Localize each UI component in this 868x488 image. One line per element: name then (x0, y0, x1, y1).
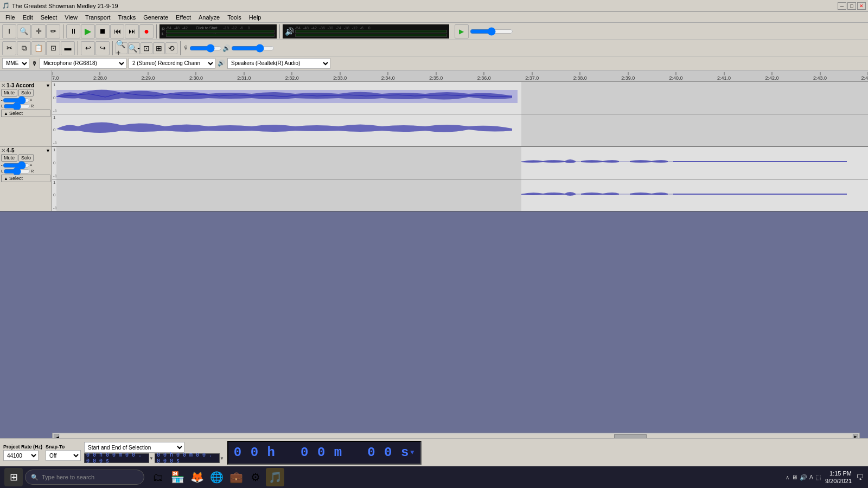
snap-to-select[interactable]: Off (46, 450, 81, 461)
end-time-dropdown[interactable]: ▼ (220, 456, 224, 461)
playback-volume-slider[interactable] (231, 46, 275, 51)
taskbar-app-explorer[interactable]: 🗂 (149, 468, 167, 486)
zoom-sel-button[interactable]: ⊞ (153, 42, 165, 54)
menu-view[interactable]: View (61, 13, 81, 22)
channels-select[interactable]: 2 (Stereo) Recording Chann (129, 58, 215, 69)
track-1-close[interactable]: ✕ (1, 82, 5, 88)
menu-effect[interactable]: Effect (173, 13, 194, 22)
track-1-row: ✕ 1-3 Accord ▼ Mute Solo - + L R ▲ Selec… (0, 81, 868, 146)
tray-volume-icon[interactable]: 🔊 (800, 474, 807, 481)
menu-help[interactable]: Help (246, 13, 265, 22)
ruler-tick-7: 2:34.0 (381, 72, 395, 81)
window-title: The Greatest Showman Medley 21-9-19 (12, 3, 838, 9)
menu-edit[interactable]: Edit (20, 13, 36, 22)
notification-icon[interactable]: 🗨 (856, 473, 864, 481)
play-at-speed-button[interactable]: ▶ (455, 24, 469, 38)
track-1-pan-slider[interactable] (3, 104, 30, 108)
menu-transport[interactable]: Transport (82, 13, 114, 22)
menu-tools[interactable]: Tools (224, 13, 245, 22)
main-time-value: 0 0 h 0 0 m 0 0 s (234, 445, 409, 460)
track-1-select-btn[interactable]: ▲ Select (1, 110, 50, 117)
ruler-tick-6: 2:33.0 (333, 72, 347, 81)
search-icon: 🔍 (31, 474, 39, 481)
pause-button[interactable]: ⏸ (66, 24, 80, 38)
maximize-button[interactable]: □ (847, 2, 856, 10)
record-vu-meter[interactable]: RL -54 -48 -42 Click to Start Monitoring… (159, 24, 277, 38)
taskbar-time[interactable]: 1:15 PM 9/20/2021 (825, 470, 852, 485)
menu-tracks[interactable]: Tracks (115, 13, 139, 22)
taskbar-app-audacity[interactable]: 🎵 (266, 468, 284, 486)
paste-button[interactable]: 📋 (31, 41, 46, 55)
ruler-tick-1: 2:28.0 (93, 72, 107, 81)
redo-button[interactable]: ↪ (95, 41, 110, 55)
menu-select[interactable]: Select (37, 13, 61, 22)
ruler-ticks: 2:27.02:28.02:29.02:30.02:31.02:32.02:33… (52, 70, 868, 81)
skip-fwd-button[interactable]: ⏭ (125, 24, 139, 38)
ruler-tick-0: 2:27.0 (52, 72, 59, 81)
start-button[interactable]: ⊞ (4, 468, 23, 486)
menu-analyze[interactable]: Analyze (195, 13, 223, 22)
select-tool-button[interactable]: I (2, 24, 16, 38)
taskbar-app-firefox[interactable]: 🦊 (188, 468, 206, 486)
close-button[interactable]: ✕ (857, 2, 866, 10)
taskbar-app-browser[interactable]: 🌐 (207, 468, 226, 486)
track-2-ch2-waveform-svg (521, 179, 868, 211)
menu-file[interactable]: File (2, 13, 18, 22)
menu-bar: File Edit Select View Transport Tracks G… (0, 12, 868, 23)
track-2-close[interactable]: ✕ (1, 147, 5, 153)
record-volume-slider[interactable] (189, 46, 222, 51)
tray-tablet-icon[interactable]: ⬚ (815, 474, 821, 481)
selection-type-select[interactable]: Start and End of Selection (84, 442, 184, 453)
title-bar: 🎵 The Greatest Showman Medley 21-9-19 ─ … (0, 0, 868, 12)
playback-speed-slider[interactable] (470, 29, 513, 34)
zoom-out-button[interactable]: 🔍- (128, 42, 140, 54)
copy-button[interactable]: ⧉ (17, 41, 31, 55)
output-device-select[interactable]: Speakers (Realtek(R) Audio) (227, 58, 330, 69)
tray-network-icon[interactable]: 🖥 (792, 474, 797, 480)
zoom-in-button[interactable]: 🔍+ (116, 42, 127, 54)
track-2-ch2-pre-grey (56, 179, 521, 211)
time-display-dropdown[interactable]: ▼ (410, 449, 414, 457)
track-1-dropdown[interactable]: ▼ (46, 83, 50, 88)
draw-tool-button[interactable]: ✏ (46, 24, 60, 38)
track-2-waveform: 1 0 -1 1 0 -1 (52, 146, 868, 211)
record-button[interactable]: ● (139, 24, 154, 38)
minimize-button[interactable]: ─ (838, 2, 846, 10)
device-bar: MME 🎙 Microphone (RG6818) 2 (Stereo) Rec… (0, 56, 868, 70)
stop-button[interactable]: ⏹ (95, 24, 110, 38)
trim-button[interactable]: ⊡ (46, 41, 60, 55)
divider6 (180, 41, 181, 55)
playback-vu-meter[interactable]: 🔊 -54 -48 -42 -36 -30 -24 -18 -12 -6 0 (283, 24, 449, 38)
play-button[interactable]: ▶ (81, 24, 95, 38)
timeline-ruler: 2:27.02:28.02:29.02:30.02:31.02:32.02:33… (0, 70, 868, 81)
track-2-header: ✕ 4-5 ▼ Mute Solo - + L R ▲ Select (0, 146, 52, 211)
project-rate-select[interactable]: 44100 (3, 450, 39, 461)
audio-api-select[interactable]: MME (2, 58, 29, 69)
tray-font-icon[interactable]: A (809, 474, 813, 480)
track-2-select-btn[interactable]: ▲ Select (1, 175, 50, 182)
undo-button[interactable]: ↩ (81, 41, 95, 55)
start-time-dropdown[interactable]: ▼ (149, 456, 154, 461)
track-2-dropdown[interactable]: ▼ (46, 148, 50, 153)
ruler-tick-14: 2:41.0 (717, 72, 731, 81)
silence-button[interactable]: ▬ (61, 41, 75, 55)
cut-button[interactable]: ✂ (2, 41, 16, 55)
zoom-toggle-button[interactable]: ⟲ (165, 42, 177, 54)
end-time-value: 0 0 h 0 0 m 0 0 . 0 0 0 s (157, 452, 218, 464)
taskbar-app-settings[interactable]: ⚙ (246, 468, 265, 486)
track-2-pan-slider[interactable] (3, 169, 30, 174)
skip-back-button[interactable]: ⏮ (110, 24, 124, 38)
taskbar-app-work[interactable]: 💼 (227, 468, 245, 486)
track-1-waveform: 1 0 -1 1 0 -1 (52, 81, 868, 146)
track-1-ch2-labels: 1 0 -1 (53, 114, 57, 146)
multi-tool-button[interactable]: ✛ (31, 24, 46, 38)
search-bar[interactable]: 🔍 Type here to search (25, 470, 144, 485)
ruler-tick-13: 2:40.0 (669, 72, 683, 81)
taskbar-app-store[interactable]: 🏪 (168, 468, 187, 486)
zoom-fit-button[interactable]: ⊡ (141, 42, 152, 54)
track-2-ch1-labels: 1 0 -1 (53, 147, 57, 179)
input-device-select[interactable]: Microphone (RG6818) (40, 58, 126, 69)
menu-generate[interactable]: Generate (140, 13, 171, 22)
tray-expand-icon[interactable]: ∧ (786, 474, 789, 480)
zoom-tool-button[interactable]: 🔍 (17, 24, 31, 38)
